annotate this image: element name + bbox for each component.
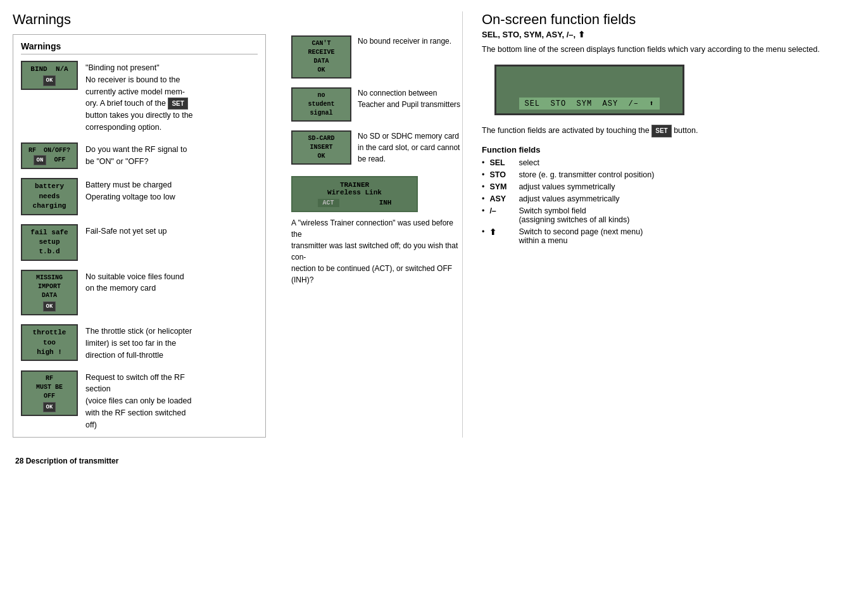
- warning-text-missing: No suitable voice files found on the mem…: [85, 270, 258, 295]
- page-title-right: On-screen function fields: [482, 11, 855, 28]
- warning-row-battery: batteryneedscharging Battery must be cha…: [21, 178, 258, 215]
- func-key-sel: SEL: [489, 158, 513, 167]
- text-nostudent: No connection between Teacher and Pupil …: [358, 87, 460, 110]
- func-key-asy: ASY: [489, 194, 513, 203]
- lcd-inh-label: INH: [379, 199, 392, 207]
- func-desc-sel: select: [519, 158, 539, 167]
- func-key-sym: SYM: [489, 182, 513, 191]
- func-item-sym: • SYM adjust values symmetrically: [482, 182, 855, 191]
- text-sdcard: No SD or SDHC memory card in the card sl…: [358, 130, 460, 165]
- lcd-sdcard: SD-CARDINSERT OK: [291, 130, 351, 165]
- warning-row-failsafe: fail safesetupt.b.d Fail-Safe not yet se…: [21, 224, 258, 261]
- lcd-missing: MISSINGIMPORTDATA OK: [21, 270, 78, 316]
- right-section: On-screen function fields SEL, STO, SYM,…: [462, 11, 855, 438]
- func-desc-sto: store (e. g. transmitter control positio…: [519, 170, 654, 179]
- middle-row-nostudent: nostudentsignal No connection between Te…: [291, 87, 462, 122]
- lcd-rfoff: RFMUST BEOFF OK: [21, 370, 78, 417]
- warning-row-missing: MISSINGIMPORTDATA OK No suitable voice f…: [21, 270, 258, 316]
- func-desc-page: Switch to second page (next menu)within …: [519, 227, 643, 245]
- func-item-page: • ⬆ Switch to second page (next menu)wit…: [482, 227, 855, 245]
- func-item-sto: • STO store (e. g. transmitter control p…: [482, 170, 855, 179]
- warning-row-rfoff: RFMUST BEOFF OK Request to switch off th…: [21, 370, 258, 431]
- function-fields-title: Function fields: [482, 145, 855, 155]
- warning-row-throttle: throttletoohigh ! The throttle stick (or…: [21, 324, 258, 361]
- warning-text-failsafe: Fail-Safe not yet set up: [85, 224, 258, 237]
- lcd-nostudent: nostudentsignal: [291, 87, 351, 122]
- subtitle-text: SEL, STO, SYM, ASY, /–,: [482, 30, 578, 39]
- page-footer: 28 Description of transmitter: [13, 457, 855, 465]
- ok-badge-bind: OK: [43, 75, 56, 86]
- screen-mockup: SEL STO SYM ASY /– ⬆: [494, 65, 684, 115]
- right-description: The bottom line of the screen displays f…: [482, 43, 855, 56]
- ok-badge-cantreceive: OK: [317, 66, 325, 73]
- func-key-sto: STO: [489, 170, 513, 179]
- warning-text-bind: "Binding not present" No receiver is bou…: [85, 61, 258, 134]
- middle-row-sdcard: SD-CARDINSERT OK No SD or SDHC memory ca…: [291, 130, 462, 165]
- warning-text-rfoff: Request to switch off the RF section (vo…: [85, 370, 258, 431]
- ok-badge-missing: OK: [43, 301, 56, 312]
- lcd-bind: BIND N/A OK: [21, 61, 78, 90]
- subtitle-icon: ⬆: [578, 30, 585, 39]
- func-desc-asy: adjust values asymmetrically: [519, 194, 619, 203]
- func-key-page: ⬆: [489, 227, 513, 237]
- warning-row-bind: BIND N/A OK "Binding not present" No rec…: [21, 61, 258, 134]
- func-key-switchsym: /–: [489, 206, 513, 215]
- middle-section: CAN'TRECEIVEDATA OK No bound receiver in…: [279, 11, 462, 438]
- text-trainer: A "wireless Trainer connection" was used…: [291, 217, 462, 286]
- func-item-switch-sym: • /– Switch symbol field(assigning switc…: [482, 206, 855, 224]
- func-item-asy: • ASY adjust values asymmetrically: [482, 194, 855, 203]
- page-title-left: Warnings: [13, 11, 279, 28]
- warnings-box-title: Warnings: [21, 41, 258, 54]
- lcd-trainer-subtitle: Wireless Link: [298, 189, 412, 196]
- lcd-failsafe: fail safesetupt.b.d: [21, 224, 78, 261]
- lcd-cantreceive: CAN'TRECEIVEDATA OK: [291, 35, 351, 79]
- warnings-list: BIND N/A OK "Binding not present" No rec…: [21, 61, 258, 431]
- lcd-battery: batteryneedscharging: [21, 178, 78, 215]
- set-button: SET: [651, 125, 671, 137]
- on-badge-rf: ON: [34, 155, 47, 166]
- warning-text-rf: Do you want the RF signal to be "ON" or …: [85, 142, 258, 168]
- text-cantreceive: No bound receiver in range.: [358, 35, 451, 47]
- function-list: • SEL select • STO store (e. g. transmit…: [482, 158, 855, 245]
- set-ref-text: The function fields are activated by tou…: [482, 124, 855, 137]
- lcd-trainer-title: TRAINER: [298, 181, 412, 189]
- warning-text-throttle: The throttle stick (or helicopter limite…: [85, 324, 258, 361]
- warning-row-rf: RF ON/OFF? ON OFF Do you want the RF sig…: [21, 142, 258, 170]
- func-desc-sym: adjust values symmetrically: [519, 182, 615, 191]
- middle-row-cantreceive: CAN'TRECEIVEDATA OK No bound receiver in…: [291, 35, 462, 79]
- lcd-rf: RF ON/OFF? ON OFF: [21, 142, 78, 170]
- right-subtitle: SEL, STO, SYM, ASY, /–, ⬆: [482, 30, 855, 39]
- ok-badge-sdcard: OK: [317, 153, 325, 160]
- ok-badge-rfoff: OK: [43, 402, 56, 413]
- func-desc-switchsym: Switch symbol field(assigning switches o…: [519, 206, 629, 224]
- middle-row-trainer: TRAINER Wireless Link ACT INH A "wireles…: [291, 176, 462, 286]
- func-item-sel: • SEL select: [482, 158, 855, 167]
- screen-bottom-bar: SEL STO SYM ASY /– ⬆: [519, 98, 659, 110]
- warning-text-battery: Battery must be charged Operating voltag…: [85, 178, 258, 203]
- lcd-act-badge: ACT: [318, 199, 339, 207]
- lcd-throttle: throttletoohigh !: [21, 324, 78, 361]
